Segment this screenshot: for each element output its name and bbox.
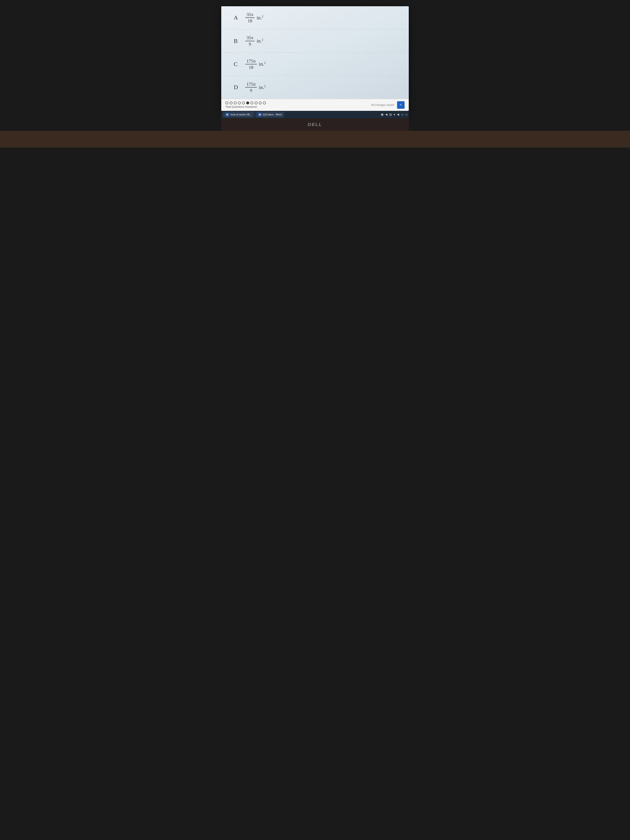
monitor-icon: ▤ — [389, 113, 392, 116]
dot-3 — [234, 101, 237, 104]
taskbar-item-2-label: Q10.docx - Word — [263, 113, 281, 116]
option-content-d: 175π 9 in.2 — [245, 82, 265, 93]
option-label-c: C — [234, 61, 245, 68]
dot-7 — [250, 101, 253, 104]
word-icon-1: W — [226, 113, 229, 117]
numerator-a: 35π — [245, 12, 254, 18]
unit-b: in.2 — [257, 38, 263, 44]
dot-1 — [226, 101, 228, 104]
taskbar-item-1[interactable]: W Area of sector AB... — [223, 112, 254, 117]
progress-dots — [226, 101, 266, 104]
dot-9 — [259, 101, 262, 104]
unit-c: in.2 — [259, 61, 265, 67]
dot-8 — [254, 101, 257, 104]
taskbar: W Area of sector AB... W Q10.docx - Word… — [221, 111, 409, 118]
denominator-b: 9 — [248, 41, 252, 47]
denominator-c: 18 — [248, 65, 254, 70]
volume-icon: ◁ — [405, 113, 407, 116]
right-side: All Changes Saved < — [371, 101, 404, 109]
option-label-a: A — [234, 14, 245, 21]
word-icon-2: W — [258, 113, 262, 117]
circle-icon: ● — [393, 113, 395, 116]
wifi-icon: ◁ — [401, 113, 403, 116]
denominator-a: 18 — [246, 18, 254, 23]
display-icon: ▣ — [381, 113, 384, 116]
option-row-b[interactable]: B 35π 9 in.2 — [221, 29, 409, 52]
option-row-d[interactable]: D 175π 9 in.2 — [221, 76, 409, 99]
denominator-d: 9 — [249, 87, 254, 93]
option-content-c: 175π 18 in.2 — [245, 58, 265, 70]
dot-10 — [263, 101, 266, 104]
dot-2 — [230, 101, 232, 104]
nav-back-button[interactable]: < — [397, 101, 404, 109]
option-label-b: B — [234, 38, 245, 44]
sound-icon: ◀ — [385, 113, 387, 116]
numerator-d: 175π — [245, 82, 257, 87]
main-screen: A 35π 18 in.2 B 35π 9 in.2 C — [221, 6, 409, 111]
option-row-a[interactable]: A 35π 18 in.2 — [221, 6, 409, 29]
taskbar-right: ▣ ◀ ▤ ● ◀ ◁ ◁ — [381, 113, 407, 116]
fraction-b: 35π 9 — [245, 35, 254, 46]
fraction-a: 35π 18 — [245, 12, 254, 23]
dot-6 — [246, 101, 249, 104]
numerator-b: 35π — [245, 35, 254, 41]
dot-5 — [242, 101, 245, 104]
content-area: A 35π 18 in.2 B 35π 9 in.2 C — [221, 6, 409, 99]
fraction-d: 175π 9 — [245, 82, 257, 93]
bottom-desktop — [0, 131, 630, 147]
option-row-c[interactable]: C 175π 18 in.2 — [221, 53, 409, 76]
bottom-bar: Total Questions Answered All Changes Sav… — [221, 99, 409, 111]
dell-logo: DELL — [308, 122, 322, 127]
saved-text: All Changes Saved — [371, 103, 394, 106]
option-content-b: 35π 9 in.2 — [245, 35, 263, 46]
progress-section: Total Questions Answered — [226, 101, 266, 108]
option-label-d: D — [234, 84, 245, 91]
total-questions-label: Total Questions Answered — [226, 105, 266, 108]
dot-4 — [238, 101, 241, 104]
option-content-a: 35π 18 in.2 — [245, 12, 263, 23]
exp-c: 2 — [264, 61, 265, 65]
taskbar-item-1-label: Area of sector AB... — [230, 113, 252, 116]
fraction-c: 175π 18 — [245, 58, 257, 70]
exp-b: 2 — [262, 38, 263, 41]
taskbar-item-2[interactable]: W Q10.docx - Word — [256, 112, 284, 117]
unit-d: in.2 — [259, 85, 265, 90]
unit-a: in.2 — [257, 15, 263, 21]
exp-d: 2 — [264, 85, 265, 88]
bezel-bottom: DELL — [221, 118, 409, 131]
exp-a: 2 — [262, 15, 263, 18]
numerator-c: 175π — [245, 58, 257, 65]
arrow-icon: ◀ — [397, 113, 399, 116]
